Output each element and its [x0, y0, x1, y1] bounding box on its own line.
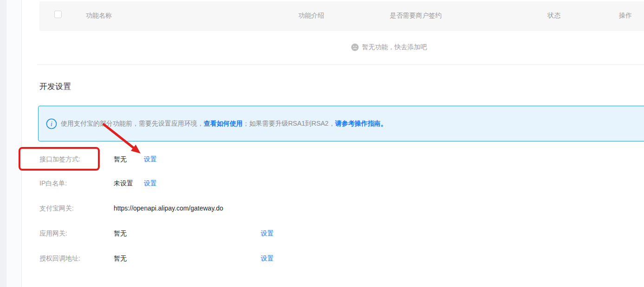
column-feature-intro: 功能介绍	[298, 12, 324, 20]
operation-guide-link[interactable]: 请参考操作指南	[335, 120, 380, 127]
info-alert: i 使用支付宝的部分功能前，需要先设置应用环境，查看如何使用；如果需要升级RSA…	[38, 106, 644, 141]
empty-state: 暂无功能，快去添加吧	[351, 43, 427, 51]
form-row-alipay-gateway: 支付宝网关: https://openapi.alipay.com/gatewa…	[39, 204, 596, 214]
info-circle-icon: i	[46, 118, 57, 129]
how-to-use-link[interactable]: 查看如何使用	[204, 120, 243, 127]
app-settings-page: 功能名称 功能介绍 是否需要商户签约 状态 操作 暂无功能，快去添加吧 开发设置…	[0, 0, 644, 287]
alipay-gateway-label: 支付宝网关:	[39, 204, 74, 213]
select-all-checkbox[interactable]	[54, 11, 62, 18]
form-row-app-gateway: 应用网关: 暂无 设置	[39, 230, 596, 239]
ip-whitelist-set-link[interactable]: 设置	[144, 179, 157, 188]
alipay-gateway-value: https://openapi.alipay.com/gateway.do	[114, 204, 223, 212]
column-merchant-sign: 是否需要商户签约	[390, 12, 442, 20]
auth-callback-set-link[interactable]: 设置	[261, 255, 274, 263]
alert-text-2: ；如果需要升级RSA1到RSA2，	[243, 120, 335, 127]
section-title: 开发设置	[39, 81, 71, 92]
sign-method-set-link[interactable]: 设置	[144, 155, 157, 164]
column-feature-name: 功能名称	[86, 12, 112, 20]
app-gateway-set-link[interactable]: 设置	[261, 230, 274, 238]
section-divider	[37, 64, 644, 65]
empty-state-text: 暂无功能，快去添加吧	[362, 43, 427, 51]
form-row-auth-callback: 授权回调地址: 暂无 设置	[39, 255, 596, 264]
ip-whitelist-value: 未设置	[114, 179, 133, 188]
form-row-ip-whitelist: IP白名单: 未设置 设置	[39, 179, 596, 189]
sad-face-icon	[351, 44, 359, 51]
page-background-strip	[0, 0, 6, 287]
feature-table-header: 功能名称 功能介绍 是否需要商户签约 状态 操作	[39, 1, 644, 31]
alert-text-3: 。	[380, 120, 387, 127]
alert-text-1: 使用支付宝的部分功能前，需要先设置应用环境，	[61, 120, 204, 127]
alert-message: 使用支付宝的部分功能前，需要先设置应用环境，查看如何使用；如果需要升级RSA1到…	[61, 120, 387, 128]
sign-method-value: 暂无	[114, 155, 127, 164]
left-sidebar-edge	[0, 0, 22, 287]
sign-method-label: 接口加签方式:	[39, 155, 80, 164]
ip-whitelist-label: IP白名单:	[39, 179, 67, 188]
column-status: 状态	[547, 12, 560, 20]
app-gateway-value: 暂无	[114, 230, 127, 238]
auth-callback-label: 授权回调地址:	[39, 255, 80, 263]
column-action: 操作	[619, 12, 632, 20]
auth-callback-value: 暂无	[114, 255, 127, 263]
svg-text:i: i	[51, 121, 52, 128]
app-gateway-label: 应用网关:	[39, 230, 67, 238]
form-row-sign-method: 接口加签方式: 暂无 设置	[39, 155, 596, 165]
